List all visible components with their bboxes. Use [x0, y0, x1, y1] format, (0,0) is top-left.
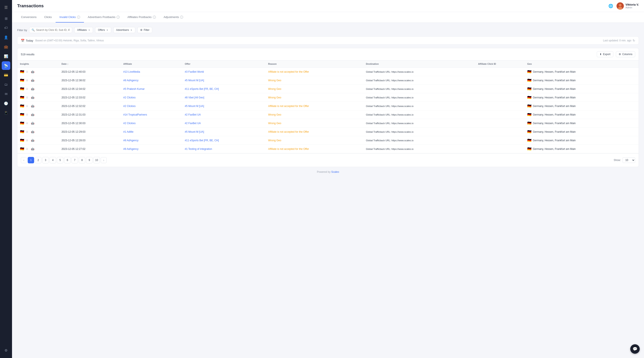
affiliate-link-2[interactable]: #5 Prakesh Kumar — [123, 87, 144, 90]
tab-advertisers-postbacks[interactable]: Advertisers Postbacks i — [84, 12, 124, 22]
offer-link-5[interactable]: #2 FavBet UA — [185, 113, 201, 116]
affiliate-link-3[interactable]: #2 Clickixs — [123, 96, 136, 99]
advertisers-filter[interactable]: Advertisers ▼ — [113, 27, 135, 33]
reason-cell-5: Wrong Geo — [266, 110, 364, 119]
advanced-filter-button[interactable]: ⚙ Filter — [138, 27, 152, 33]
page-7-button[interactable]: 7 — [72, 157, 78, 163]
offer-link-6[interactable]: #2 FavBet UA — [185, 122, 201, 125]
offer-link-0[interactable]: #3 FavBet World — [185, 70, 204, 73]
offer-cell-1: #5 Mount M [UA] — [182, 76, 266, 85]
hamburger-menu[interactable]: ☰ — [2, 3, 10, 11]
next-page-button[interactable]: › — [101, 157, 107, 163]
page-10-button[interactable]: 10 — [94, 157, 100, 163]
pagination: ‹ 1 2 3 4 5 6 7 8 9 10 › Show: 10 — [18, 153, 639, 167]
user-role: Admin — [626, 6, 639, 9]
export-button[interactable]: ⬇ Export — [597, 51, 613, 57]
geo-cell-0: 🇩🇪 Germany, Hessen, Frankfurt am Main — [525, 67, 639, 76]
table-row: 🇩🇪 🖥 🤖 2023-12-05 12:34:02 #5 Prakesh Ku… — [18, 85, 639, 93]
invalid-clicks-info-icon: i — [77, 16, 80, 19]
affiliate-cell-9: #8 AdAgency — [121, 145, 182, 153]
affiliate-link-8[interactable]: #8 AdAgency — [123, 139, 138, 142]
avatar — [616, 2, 624, 10]
tab-invalid-clicks[interactable]: Invalid Clicks i — [56, 12, 84, 22]
main-content: Transactions 🌐 Viktoria V. Admin — [12, 0, 644, 358]
insights-cell-3: 🇩🇪 🖥 🤖 — [18, 93, 59, 102]
user-menu[interactable]: Viktoria V. Admin — [616, 2, 639, 10]
sidebar-item-transactions[interactable]: 📡 — [2, 61, 10, 70]
reason-text-9: Affiliate is not accepted for the Offer — [268, 148, 309, 151]
columns-button[interactable]: ⚙ Columns — [616, 51, 635, 57]
offer-link-3[interactable]: #8 Vbet [All Geo] — [185, 96, 204, 99]
click-id-cell-1 — [476, 76, 525, 85]
sidebar-item-mobile[interactable]: 📱 — [2, 108, 10, 117]
offers-filter[interactable]: Offers ▼ — [95, 27, 111, 33]
insights-cell-0: 🇩🇪 🖥 🤖 — [18, 67, 59, 76]
offer-link-7[interactable]: #5 Mount M [UA] — [185, 130, 204, 133]
affiliate-link-0[interactable]: #13 LiveMedia — [123, 70, 140, 73]
desktop-icon-2: 🖥 — [26, 87, 28, 90]
col-affiliate: Affiliate — [121, 60, 182, 67]
destination-text-7: Global Trafficback URL: https://www.scal… — [366, 131, 414, 133]
scaleo-link[interactable]: Scaleo — [331, 171, 339, 174]
geo-cell-2: 🇩🇪 Germany, Hessen, Frankfurt am Main — [525, 85, 639, 93]
search-input[interactable] — [36, 28, 70, 31]
tab-conversions[interactable]: Conversions — [17, 12, 40, 22]
date-left: 📅 Today Based on (GMT+02:00) Helsinki, R… — [21, 39, 104, 42]
chat-bubble[interactable]: 💬 — [630, 344, 640, 354]
sidebar-item-mail[interactable]: ✉ — [2, 90, 10, 98]
page-2-button[interactable]: 2 — [35, 157, 42, 163]
page-6-button[interactable]: 6 — [64, 157, 71, 163]
offer-cell-9: #1 Testing of integration — [182, 145, 266, 153]
page-1-button[interactable]: 1 — [28, 157, 34, 163]
timezone-label: Based on (GMT+02:00) Helsinki, Riga, Sof… — [36, 39, 104, 42]
sidebar-item-reports[interactable]: 📊 — [2, 52, 10, 60]
search-box[interactable]: 🔍 — [29, 27, 72, 33]
sidebar-item-offers[interactable]: 💼 — [2, 42, 10, 51]
globe-icon[interactable]: 🌐 — [608, 4, 613, 8]
tab-clicks[interactable]: Clicks — [40, 12, 56, 22]
affiliate-link-1[interactable]: #8 AdAgency — [123, 79, 138, 82]
affiliate-link-6[interactable]: #2 Clickixs — [123, 122, 136, 125]
offer-link-4[interactable]: #5 Mount M [UA] — [185, 105, 204, 108]
offer-cell-4: #5 Mount M [UA] — [182, 102, 266, 110]
refresh-icon[interactable]: ↻ — [632, 39, 635, 42]
tab-adjustments[interactable]: Adjustments i — [160, 12, 187, 22]
offer-link-1[interactable]: #5 Mount M [UA] — [185, 79, 204, 82]
page-5-button[interactable]: 5 — [57, 157, 63, 163]
destination-text-6: Global Trafficback URL: https://www.scal… — [366, 122, 414, 125]
sidebar-item-users[interactable]: 👤 — [2, 33, 10, 42]
desktop-icon-6: 🖥 — [26, 122, 28, 125]
affiliates-filter[interactable]: Affiliates ▼ — [74, 27, 93, 33]
sidebar-item-billing[interactable]: 💳 — [2, 71, 10, 79]
affiliate-link-9[interactable]: #8 AdAgency — [123, 148, 138, 151]
page-8-button[interactable]: 8 — [79, 157, 85, 163]
affiliate-link-5[interactable]: #14 TropicalPartners — [123, 113, 147, 116]
sidebar-item-dashboard[interactable]: ⊞ — [2, 14, 10, 23]
offer-cell-3: #8 Vbet [All Geo] — [182, 93, 266, 102]
page-3-button[interactable]: 3 — [42, 157, 49, 163]
prev-page-button[interactable]: ‹ — [21, 157, 27, 163]
page-9-button[interactable]: 9 — [86, 157, 92, 163]
page-4-button[interactable]: 4 — [50, 157, 56, 163]
date-cell-8: 2023-12-05 12:28:03 — [59, 136, 121, 145]
per-page-select[interactable]: 10 25 50 100 — [622, 157, 635, 163]
offer-link-9[interactable]: #1 Testing of integration — [185, 148, 212, 151]
affiliate-link-7[interactable]: #1 AdMe — [123, 130, 133, 133]
reason-cell-4: Affiliate is not accepted for the Offer — [266, 102, 364, 110]
tab-affiliates-postbacks[interactable]: Affiliates Postbacks i — [124, 12, 160, 22]
content-area: Conversions Clicks Invalid Clicks i Adve… — [12, 12, 644, 358]
col-date[interactable]: Date ↕ — [59, 60, 121, 67]
offer-link-2[interactable]: #11 eSports Bet [FR, BE, CH] — [185, 87, 219, 90]
insights-cell-8: 🇩🇪 🖥 🤖 — [18, 136, 59, 145]
sidebar-item-tags[interactable]: 🏷 — [2, 23, 10, 32]
bot-icon-9: 🤖 — [31, 147, 34, 151]
affiliate-link-4[interactable]: #2 Clickixs — [123, 105, 136, 108]
offer-link-8[interactable]: #11 eSports Bet [FR, BE, CH] — [185, 139, 219, 142]
today-button[interactable]: 📅 Today — [21, 39, 33, 42]
reason-text-6: Wrong Geo — [268, 122, 281, 125]
sidebar-item-finance[interactable]: 🗂 — [2, 80, 10, 89]
table-row: 🇩🇪 🖥 🤖 2023-12-05 12:30:03 #2 Clickixs #… — [18, 119, 639, 128]
flag-icon-9: 🇩🇪 — [20, 147, 24, 151]
sidebar-item-history[interactable]: 🕐 — [2, 99, 10, 108]
sidebar-item-settings[interactable]: ⚙ — [2, 346, 10, 355]
